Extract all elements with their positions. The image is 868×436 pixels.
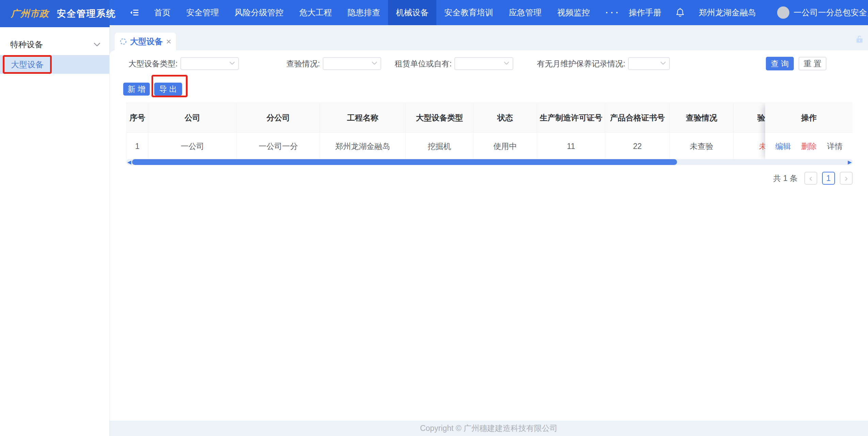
detail-link[interactable]: 详情 xyxy=(827,141,843,152)
filter-label-device-type: 大型设备类型: xyxy=(110,57,178,70)
current-project[interactable]: 郑州龙湖金融岛 xyxy=(699,7,756,18)
header-branch: 分公司 xyxy=(237,103,320,133)
header-status: 状态 xyxy=(473,103,537,133)
sidebar-item-large-equipment[interactable]: 大型设备 xyxy=(0,55,109,74)
chevron-down-icon xyxy=(660,62,666,65)
nav-item-machinery[interactable]: 机械设备 xyxy=(388,0,436,25)
filter-label-rental: 租赁单位或自有: xyxy=(381,57,452,70)
search-button[interactable]: 查 询 xyxy=(766,57,794,70)
filter-label-inspection: 查验情况: xyxy=(239,57,320,70)
sidebar-group-label: 特种设备 xyxy=(10,39,43,50)
next-page-button[interactable]: › xyxy=(840,172,853,185)
equipment-table: 序号 公司 分公司 工程名称 大型设备类型 状态 生产制造许可证号 产品合格证书… xyxy=(126,103,853,161)
cell-license: 11 xyxy=(537,133,605,161)
header-device-type: 大型设备类型 xyxy=(406,103,473,133)
brand-name: 广州市政 xyxy=(11,7,49,20)
navbar-right: 操作手册 郑州龙湖金融岛 一公司一分总包安全员 xyxy=(629,6,868,19)
header-certificate: 产品合格证书号 xyxy=(605,103,670,133)
device-type-select[interactable] xyxy=(180,57,239,70)
chevron-down-icon xyxy=(94,43,100,47)
chevron-down-icon xyxy=(504,62,509,65)
header-inspection: 查验情况 xyxy=(670,103,734,133)
cell-index: 1 xyxy=(126,133,148,161)
fold-menu-icon[interactable] xyxy=(130,9,139,16)
copyright-text: Copyright © 广州穗建建造科技有限公司 xyxy=(420,423,558,434)
header-company: 公司 xyxy=(148,103,237,133)
cell-company: 一公司 xyxy=(148,133,237,161)
cell-branch: 一公司一分 xyxy=(237,133,320,161)
nav-item-risk[interactable]: 风险分级管控 xyxy=(227,0,291,25)
lock-icon[interactable] xyxy=(855,35,864,45)
manual-link[interactable]: 操作手册 xyxy=(629,7,661,18)
delete-link[interactable]: 删除 xyxy=(801,141,817,152)
app-title: 安全管理系统 xyxy=(57,7,116,20)
inspection-select[interactable] xyxy=(323,57,381,70)
horizontal-scrollbar[interactable]: ◀ ▶ xyxy=(126,159,853,165)
cell-project: 郑州龙湖金融岛 xyxy=(320,133,406,161)
toolbar: 新 增 导 出 xyxy=(123,83,182,96)
pagination: 共 1 条 ‹ 1 › xyxy=(773,172,853,185)
header-actions: 操作 xyxy=(765,103,853,133)
app-window: 广州市政 安全管理系统 首页 安全管理 风险分级管控 危大工程 隐患排查 机械设… xyxy=(0,0,868,436)
tab-bar: 大型设备 × xyxy=(110,25,868,50)
main-area: 大型设备 × 大型设备类型: 查验情况: xyxy=(110,25,868,436)
export-button[interactable]: 导 出 xyxy=(154,83,182,96)
tab-large-equipment[interactable]: 大型设备 × xyxy=(115,33,176,50)
nav-item-emergency[interactable]: 应急管理 xyxy=(501,0,549,25)
row-actions: 编辑 删除 详情 xyxy=(765,133,853,161)
chevron-down-icon xyxy=(372,62,377,65)
prev-page-button[interactable]: ‹ xyxy=(804,172,817,185)
cell-device-type: 挖掘机 xyxy=(406,133,473,161)
sidebar-group-special-equipment[interactable]: 特种设备 xyxy=(0,34,109,55)
nav-item-major-projects[interactable]: 危大工程 xyxy=(291,0,340,25)
nav-item-training[interactable]: 安全教育培训 xyxy=(436,0,501,25)
edit-link[interactable]: 编辑 xyxy=(775,141,791,152)
table-header-row: 序号 公司 分公司 工程名称 大型设备类型 状态 生产制造许可证号 产品合格证书… xyxy=(126,103,853,133)
nav-item-more[interactable]: ··· xyxy=(598,0,629,25)
header-license: 生产制造许可证号 xyxy=(537,103,605,133)
brand-logo: 广州市政 安全管理系统 xyxy=(0,0,110,27)
bell-icon[interactable] xyxy=(676,8,685,17)
content-card: 大型设备类型: 查验情况: 租赁单位或自有: xyxy=(110,50,868,421)
close-icon[interactable]: × xyxy=(166,37,171,46)
top-navbar: 广州市政 安全管理系统 首页 安全管理 风险分级管控 危大工程 隐患排查 机械设… xyxy=(0,0,868,25)
table-row: 1 一公司 一公司一分 郑州龙湖金融岛 挖掘机 使用中 11 22 未查验 未 xyxy=(126,133,853,161)
maintenance-select[interactable] xyxy=(628,57,670,70)
sidebar-item-label: 大型设备 xyxy=(11,59,44,70)
sidebar: 特种设备 大型设备 xyxy=(0,27,110,436)
reset-button[interactable]: 重 置 xyxy=(799,57,826,70)
actions-column: 操作 编辑 删除 详情 xyxy=(765,103,853,161)
total-count: 共 1 条 xyxy=(773,173,798,184)
tab-label: 大型设备 xyxy=(130,36,163,47)
avatar[interactable] xyxy=(777,6,789,19)
scroll-left-icon[interactable]: ◀ xyxy=(127,159,131,165)
cell-status: 使用中 xyxy=(473,133,537,161)
scrollbar-thumb[interactable] xyxy=(132,159,677,165)
filter-label-maintenance: 有无月维护保养记录情况: xyxy=(513,57,625,70)
cell-inspection: 未查验 xyxy=(670,133,734,161)
header-project: 工程名称 xyxy=(320,103,406,133)
rental-select[interactable] xyxy=(454,57,513,70)
nav-item-hazard[interactable]: 隐患排查 xyxy=(340,0,388,25)
footer: Copyright © 广州穗建建造科技有限公司 xyxy=(110,421,868,436)
main-menu: 首页 安全管理 风险分级管控 危大工程 隐患排查 机械设备 安全教育培训 应急管… xyxy=(146,0,629,25)
user-name[interactable]: 一公司一分总包安全员 xyxy=(793,7,868,18)
page-number-button[interactable]: 1 xyxy=(822,172,835,185)
add-button[interactable]: 新 增 xyxy=(123,83,150,96)
nav-item-home[interactable]: 首页 xyxy=(146,0,178,25)
scroll-right-icon[interactable]: ▶ xyxy=(848,159,852,165)
nav-item-video[interactable]: 视频监控 xyxy=(549,0,598,25)
nav-item-safety[interactable]: 安全管理 xyxy=(178,0,227,25)
chevron-down-icon xyxy=(229,62,235,65)
header-index: 序号 xyxy=(126,103,148,133)
cell-certificate: 22 xyxy=(605,133,670,161)
filter-bar: 大型设备类型: 查验情况: 租赁单位或自有: xyxy=(110,57,868,70)
refresh-icon[interactable] xyxy=(119,38,127,45)
